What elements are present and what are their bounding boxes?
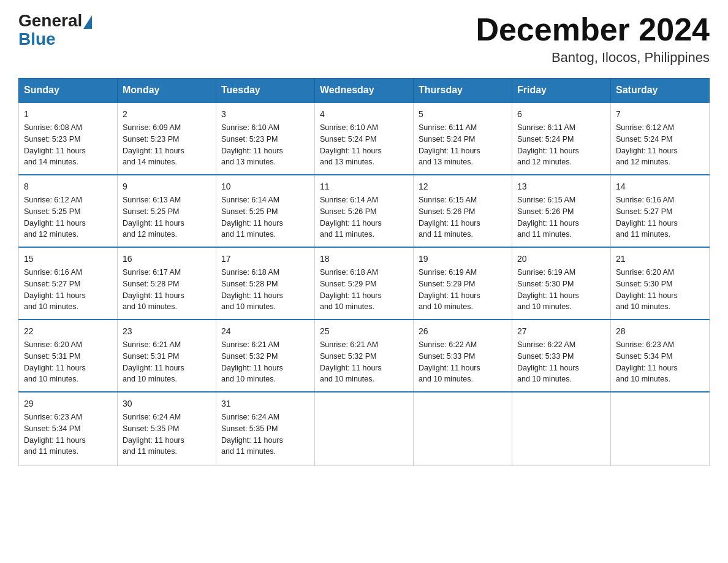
calendar-cell: 27 Sunrise: 6:22 AMSunset: 5:33 PMDaylig… (512, 320, 611, 392)
day-number: 2 (123, 108, 211, 121)
title-block: December 2024 Bantog, Ilocos, Philippine… (476, 12, 710, 66)
day-info: Sunrise: 6:20 AMSunset: 5:30 PMDaylight:… (616, 268, 678, 311)
calendar-cell: 16 Sunrise: 6:17 AMSunset: 5:28 PMDaylig… (118, 247, 216, 320)
day-number: 29 (24, 397, 112, 410)
logo-triangle-icon (83, 15, 92, 29)
day-number: 22 (24, 325, 112, 338)
day-number: 9 (123, 180, 211, 193)
calendar-cell (315, 392, 414, 465)
day-number: 28 (616, 325, 704, 338)
day-info: Sunrise: 6:24 AMSunset: 5:35 PMDaylight:… (123, 413, 184, 456)
day-number: 25 (320, 325, 408, 338)
calendar-cell (611, 392, 710, 465)
day-info: Sunrise: 6:18 AMSunset: 5:28 PMDaylight:… (221, 268, 283, 311)
calendar-cell: 9 Sunrise: 6:13 AMSunset: 5:25 PMDayligh… (118, 175, 216, 247)
calendar-week-row: 29 Sunrise: 6:23 AMSunset: 5:34 PMDaylig… (19, 392, 710, 465)
calendar-cell: 12 Sunrise: 6:15 AMSunset: 5:26 PMDaylig… (414, 175, 512, 247)
day-info: Sunrise: 6:19 AMSunset: 5:30 PMDaylight:… (517, 268, 579, 311)
col-header-wednesday: Wednesday (315, 79, 414, 103)
calendar-cell: 24 Sunrise: 6:21 AMSunset: 5:32 PMDaylig… (216, 320, 315, 392)
col-header-sunday: Sunday (19, 79, 118, 103)
day-info: Sunrise: 6:08 AMSunset: 5:23 PMDaylight:… (24, 123, 86, 166)
day-number: 8 (24, 180, 112, 193)
logo: General Blue (18, 12, 93, 49)
day-info: Sunrise: 6:11 AMSunset: 5:24 PMDaylight:… (517, 123, 579, 166)
day-info: Sunrise: 6:16 AMSunset: 5:27 PMDaylight:… (24, 268, 86, 311)
calendar-cell: 8 Sunrise: 6:12 AMSunset: 5:25 PMDayligh… (19, 175, 118, 247)
day-number: 27 (517, 325, 605, 338)
day-number: 30 (123, 397, 211, 410)
day-number: 16 (123, 253, 211, 266)
calendar-cell: 22 Sunrise: 6:20 AMSunset: 5:31 PMDaylig… (19, 320, 118, 392)
day-info: Sunrise: 6:22 AMSunset: 5:33 PMDaylight:… (517, 340, 579, 383)
calendar-week-row: 15 Sunrise: 6:16 AMSunset: 5:27 PMDaylig… (19, 247, 710, 320)
logo-blue-text: Blue (18, 29, 56, 48)
calendar-cell: 11 Sunrise: 6:14 AMSunset: 5:26 PMDaylig… (315, 175, 414, 247)
day-number: 1 (24, 108, 112, 121)
day-info: Sunrise: 6:23 AMSunset: 5:34 PMDaylight:… (616, 340, 678, 383)
calendar-cell: 17 Sunrise: 6:18 AMSunset: 5:28 PMDaylig… (216, 247, 315, 320)
day-info: Sunrise: 6:22 AMSunset: 5:33 PMDaylight:… (419, 340, 480, 383)
day-info: Sunrise: 6:19 AMSunset: 5:29 PMDaylight:… (419, 268, 480, 311)
day-info: Sunrise: 6:10 AMSunset: 5:23 PMDaylight:… (221, 123, 283, 166)
day-info: Sunrise: 6:13 AMSunset: 5:25 PMDaylight:… (123, 196, 184, 239)
day-info: Sunrise: 6:15 AMSunset: 5:26 PMDaylight:… (517, 196, 579, 239)
day-info: Sunrise: 6:23 AMSunset: 5:34 PMDaylight:… (24, 413, 86, 456)
calendar-cell (414, 392, 512, 465)
day-number: 26 (419, 325, 507, 338)
day-number: 17 (221, 253, 309, 266)
calendar-cell: 13 Sunrise: 6:15 AMSunset: 5:26 PMDaylig… (512, 175, 611, 247)
day-info: Sunrise: 6:20 AMSunset: 5:31 PMDaylight:… (24, 340, 86, 383)
day-info: Sunrise: 6:16 AMSunset: 5:27 PMDaylight:… (616, 196, 678, 239)
col-header-saturday: Saturday (611, 79, 710, 103)
day-info: Sunrise: 6:14 AMSunset: 5:25 PMDaylight:… (221, 196, 283, 239)
calendar-cell: 4 Sunrise: 6:10 AMSunset: 5:24 PMDayligh… (315, 102, 414, 175)
calendar-cell: 19 Sunrise: 6:19 AMSunset: 5:29 PMDaylig… (414, 247, 512, 320)
day-number: 21 (616, 253, 704, 266)
col-header-thursday: Thursday (414, 79, 512, 103)
location-title: Bantog, Ilocos, Philippines (476, 50, 710, 66)
day-info: Sunrise: 6:17 AMSunset: 5:28 PMDaylight:… (123, 268, 184, 311)
day-number: 23 (123, 325, 211, 338)
calendar-cell: 30 Sunrise: 6:24 AMSunset: 5:35 PMDaylig… (118, 392, 216, 465)
day-info: Sunrise: 6:21 AMSunset: 5:31 PMDaylight:… (123, 340, 184, 383)
calendar-cell: 18 Sunrise: 6:18 AMSunset: 5:29 PMDaylig… (315, 247, 414, 320)
day-info: Sunrise: 6:21 AMSunset: 5:32 PMDaylight:… (320, 340, 382, 383)
day-info: Sunrise: 6:24 AMSunset: 5:35 PMDaylight:… (221, 413, 283, 456)
day-info: Sunrise: 6:12 AMSunset: 5:25 PMDaylight:… (24, 196, 86, 239)
calendar-table: SundayMondayTuesdayWednesdayThursdayFrid… (18, 78, 710, 466)
calendar-header-row: SundayMondayTuesdayWednesdayThursdayFrid… (19, 79, 710, 103)
calendar-cell (512, 392, 611, 465)
page-header: General Blue December 2024 Bantog, Iloco… (18, 12, 710, 66)
day-info: Sunrise: 6:12 AMSunset: 5:24 PMDaylight:… (616, 123, 678, 166)
day-number: 13 (517, 180, 605, 193)
day-number: 19 (419, 253, 507, 266)
calendar-cell: 21 Sunrise: 6:20 AMSunset: 5:30 PMDaylig… (611, 247, 710, 320)
calendar-cell: 5 Sunrise: 6:11 AMSunset: 5:24 PMDayligh… (414, 102, 512, 175)
calendar-cell: 25 Sunrise: 6:21 AMSunset: 5:32 PMDaylig… (315, 320, 414, 392)
day-number: 3 (221, 108, 309, 121)
day-number: 15 (24, 253, 112, 266)
day-number: 12 (419, 180, 507, 193)
day-number: 18 (320, 253, 408, 266)
calendar-cell: 15 Sunrise: 6:16 AMSunset: 5:27 PMDaylig… (19, 247, 118, 320)
day-number: 20 (517, 253, 605, 266)
day-number: 11 (320, 180, 408, 193)
day-number: 14 (616, 180, 704, 193)
col-header-friday: Friday (512, 79, 611, 103)
day-info: Sunrise: 6:18 AMSunset: 5:29 PMDaylight:… (320, 268, 382, 311)
calendar-cell: 14 Sunrise: 6:16 AMSunset: 5:27 PMDaylig… (611, 175, 710, 247)
day-info: Sunrise: 6:15 AMSunset: 5:26 PMDaylight:… (419, 196, 480, 239)
calendar-cell: 7 Sunrise: 6:12 AMSunset: 5:24 PMDayligh… (611, 102, 710, 175)
calendar-cell: 3 Sunrise: 6:10 AMSunset: 5:23 PMDayligh… (216, 102, 315, 175)
calendar-week-row: 22 Sunrise: 6:20 AMSunset: 5:31 PMDaylig… (19, 320, 710, 392)
day-number: 31 (221, 397, 309, 410)
day-info: Sunrise: 6:10 AMSunset: 5:24 PMDaylight:… (320, 123, 382, 166)
calendar-cell: 23 Sunrise: 6:21 AMSunset: 5:31 PMDaylig… (118, 320, 216, 392)
day-number: 6 (517, 108, 605, 121)
day-number: 24 (221, 325, 309, 338)
day-info: Sunrise: 6:09 AMSunset: 5:23 PMDaylight:… (123, 123, 184, 166)
col-header-monday: Monday (118, 79, 216, 103)
logo-general-text: General (18, 12, 82, 29)
calendar-week-row: 8 Sunrise: 6:12 AMSunset: 5:25 PMDayligh… (19, 175, 710, 247)
